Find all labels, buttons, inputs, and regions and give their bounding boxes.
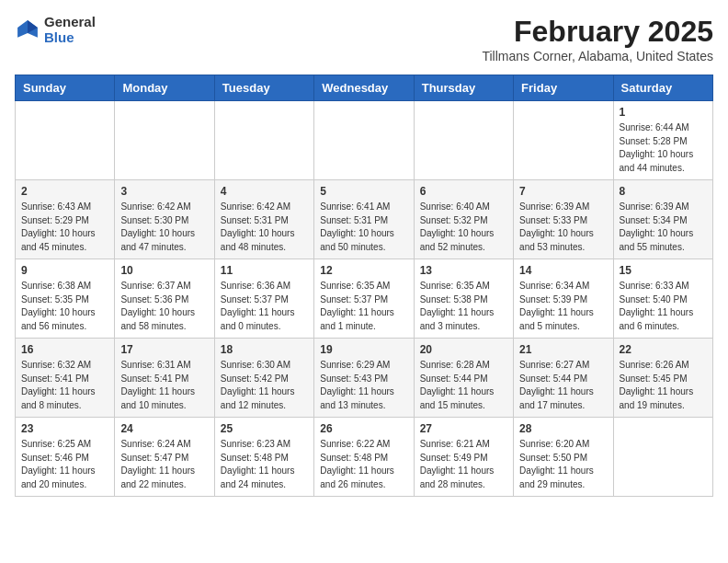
day-number: 11 — [221, 264, 308, 277]
day-number: 15 — [620, 264, 707, 277]
calendar-table: SundayMondayTuesdayWednesdayThursdayFrid… — [15, 75, 713, 497]
week-row-3: 9Sunrise: 6:38 AM Sunset: 5:35 PM Daylig… — [16, 259, 713, 339]
day-number: 20 — [420, 343, 507, 356]
cell-content: Sunrise: 6:22 AM Sunset: 5:48 PM Dayligh… — [320, 438, 407, 491]
cell-content: Sunrise: 6:42 AM Sunset: 5:30 PM Dayligh… — [120, 201, 208, 254]
day-number: 21 — [519, 343, 607, 356]
logo-text: General Blue — [44, 15, 96, 45]
cell-content: Sunrise: 6:39 AM Sunset: 5:34 PM Dayligh… — [620, 201, 707, 254]
week-row-4: 16Sunrise: 6:32 AM Sunset: 5:41 PM Dayli… — [16, 339, 713, 418]
calendar-body: 1Sunrise: 6:44 AM Sunset: 5:28 PM Daylig… — [16, 101, 713, 497]
cell-content: Sunrise: 6:21 AM Sunset: 5:49 PM Dayligh… — [420, 438, 507, 491]
month-title: February 2025 — [482, 15, 713, 49]
cell-content: Sunrise: 6:24 AM Sunset: 5:47 PM Dayligh… — [120, 438, 208, 491]
calendar-cell: 6Sunrise: 6:40 AM Sunset: 5:32 PM Daylig… — [414, 180, 513, 259]
calendar-cell: 23Sunrise: 6:25 AM Sunset: 5:46 PM Dayli… — [16, 418, 115, 497]
cell-content: Sunrise: 6:35 AM Sunset: 5:37 PM Dayligh… — [320, 280, 407, 333]
cell-content: Sunrise: 6:25 AM Sunset: 5:46 PM Dayligh… — [21, 438, 108, 491]
cell-content: Sunrise: 6:40 AM Sunset: 5:32 PM Dayligh… — [420, 201, 507, 254]
calendar-cell: 12Sunrise: 6:35 AM Sunset: 5:37 PM Dayli… — [314, 259, 414, 339]
calendar-header: SundayMondayTuesdayWednesdayThursdayFrid… — [16, 75, 713, 101]
day-number: 16 — [21, 343, 108, 356]
calendar-cell: 7Sunrise: 6:39 AM Sunset: 5:33 PM Daylig… — [514, 180, 613, 259]
calendar-cell: 8Sunrise: 6:39 AM Sunset: 5:34 PM Daylig… — [613, 180, 712, 259]
weekday-header-tuesday: Tuesday — [214, 75, 313, 101]
cell-content: Sunrise: 6:37 AM Sunset: 5:36 PM Dayligh… — [120, 280, 208, 333]
calendar-cell — [314, 101, 414, 180]
weekday-header-thursday: Thursday — [414, 75, 513, 101]
cell-content: Sunrise: 6:20 AM Sunset: 5:50 PM Dayligh… — [519, 438, 607, 491]
calendar-cell — [115, 101, 214, 180]
cell-content: Sunrise: 6:42 AM Sunset: 5:31 PM Dayligh… — [221, 201, 308, 254]
day-number: 22 — [620, 343, 707, 356]
weekday-header-sunday: Sunday — [16, 75, 115, 101]
weekday-header-wednesday: Wednesday — [314, 75, 414, 101]
day-number: 10 — [120, 264, 208, 277]
day-number: 2 — [21, 185, 108, 198]
calendar-cell: 22Sunrise: 6:26 AM Sunset: 5:45 PM Dayli… — [613, 339, 712, 418]
calendar-cell: 20Sunrise: 6:28 AM Sunset: 5:44 PM Dayli… — [414, 339, 513, 418]
logo-general-text: General — [44, 15, 96, 30]
week-row-2: 2Sunrise: 6:43 AM Sunset: 5:29 PM Daylig… — [16, 180, 713, 259]
calendar-cell: 26Sunrise: 6:22 AM Sunset: 5:48 PM Dayli… — [314, 418, 414, 497]
calendar-cell: 15Sunrise: 6:33 AM Sunset: 5:40 PM Dayli… — [613, 259, 712, 339]
day-number: 6 — [420, 185, 507, 198]
day-number: 9 — [21, 264, 108, 277]
cell-content: Sunrise: 6:44 AM Sunset: 5:28 PM Dayligh… — [620, 121, 707, 175]
title-section: February 2025 Tillmans Corner, Alabama, … — [482, 15, 713, 63]
day-number: 18 — [221, 343, 308, 356]
calendar-cell: 25Sunrise: 6:23 AM Sunset: 5:48 PM Dayli… — [214, 418, 313, 497]
calendar-cell: 19Sunrise: 6:29 AM Sunset: 5:43 PM Dayli… — [314, 339, 414, 418]
day-number: 26 — [320, 422, 407, 435]
cell-content: Sunrise: 6:23 AM Sunset: 5:48 PM Dayligh… — [221, 438, 308, 491]
cell-content: Sunrise: 6:43 AM Sunset: 5:29 PM Dayligh… — [21, 201, 108, 254]
day-number: 3 — [120, 185, 208, 198]
calendar-cell: 3Sunrise: 6:42 AM Sunset: 5:30 PM Daylig… — [115, 180, 214, 259]
day-number: 27 — [420, 422, 507, 435]
day-number: 8 — [620, 185, 707, 198]
day-number: 12 — [320, 264, 407, 277]
day-number: 1 — [620, 106, 707, 119]
cell-content: Sunrise: 6:38 AM Sunset: 5:35 PM Dayligh… — [21, 280, 108, 333]
calendar-cell — [414, 101, 513, 180]
weekday-header-row: SundayMondayTuesdayWednesdayThursdayFrid… — [16, 75, 713, 101]
day-number: 13 — [420, 264, 507, 277]
calendar-cell: 13Sunrise: 6:35 AM Sunset: 5:38 PM Dayli… — [414, 259, 513, 339]
calendar-cell: 21Sunrise: 6:27 AM Sunset: 5:44 PM Dayli… — [514, 339, 613, 418]
calendar-cell: 27Sunrise: 6:21 AM Sunset: 5:49 PM Dayli… — [414, 418, 513, 497]
cell-content: Sunrise: 6:27 AM Sunset: 5:44 PM Dayligh… — [519, 359, 607, 412]
calendar-cell: 10Sunrise: 6:37 AM Sunset: 5:36 PM Dayli… — [115, 259, 214, 339]
calendar-cell: 11Sunrise: 6:36 AM Sunset: 5:37 PM Dayli… — [214, 259, 313, 339]
calendar-cell: 16Sunrise: 6:32 AM Sunset: 5:41 PM Dayli… — [16, 339, 115, 418]
logo-blue-text: Blue — [44, 30, 96, 46]
cell-content: Sunrise: 6:39 AM Sunset: 5:33 PM Dayligh… — [519, 201, 607, 254]
cell-content: Sunrise: 6:31 AM Sunset: 5:41 PM Dayligh… — [120, 359, 208, 412]
calendar-cell: 1Sunrise: 6:44 AM Sunset: 5:28 PM Daylig… — [613, 101, 712, 180]
calendar-cell: 9Sunrise: 6:38 AM Sunset: 5:35 PM Daylig… — [16, 259, 115, 339]
day-number: 23 — [21, 422, 108, 435]
day-number: 14 — [519, 264, 607, 277]
day-number: 7 — [519, 185, 607, 198]
cell-content: Sunrise: 6:33 AM Sunset: 5:40 PM Dayligh… — [620, 280, 707, 333]
week-row-1: 1Sunrise: 6:44 AM Sunset: 5:28 PM Daylig… — [16, 101, 713, 180]
calendar-cell — [613, 418, 712, 497]
day-number: 5 — [320, 185, 407, 198]
weekday-header-monday: Monday — [115, 75, 214, 101]
cell-content: Sunrise: 6:36 AM Sunset: 5:37 PM Dayligh… — [221, 280, 308, 333]
weekday-header-friday: Friday — [514, 75, 613, 101]
day-number: 25 — [221, 422, 308, 435]
calendar-cell: 14Sunrise: 6:34 AM Sunset: 5:39 PM Dayli… — [514, 259, 613, 339]
calendar-cell — [214, 101, 313, 180]
cell-content: Sunrise: 6:26 AM Sunset: 5:45 PM Dayligh… — [620, 359, 707, 412]
calendar-cell: 17Sunrise: 6:31 AM Sunset: 5:41 PM Dayli… — [115, 339, 214, 418]
cell-content: Sunrise: 6:30 AM Sunset: 5:42 PM Dayligh… — [221, 359, 308, 412]
day-number: 19 — [320, 343, 407, 356]
calendar-cell: 5Sunrise: 6:41 AM Sunset: 5:31 PM Daylig… — [314, 180, 414, 259]
day-number: 4 — [221, 185, 308, 198]
logo: General Blue — [15, 15, 96, 45]
page-header: General Blue February 2025 Tillmans Corn… — [15, 15, 713, 63]
logo-icon — [15, 17, 40, 43]
day-number: 24 — [120, 422, 208, 435]
day-number: 28 — [519, 422, 607, 435]
cell-content: Sunrise: 6:41 AM Sunset: 5:31 PM Dayligh… — [320, 201, 407, 254]
